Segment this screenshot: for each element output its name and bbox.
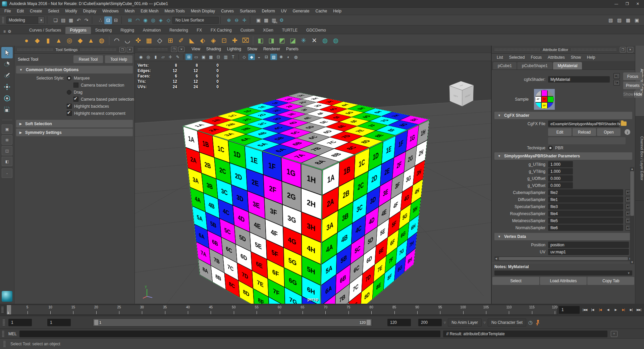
input-connections-icon[interactable]: ⊕ <box>225 16 233 24</box>
chevron-down-icon[interactable]: ▽ <box>444 321 446 324</box>
safe-action-icon[interactable]: ▥ <box>222 54 229 60</box>
play-forwards-button[interactable]: ▶ <box>612 306 620 314</box>
render-view-icon[interactable]: ▣ <box>255 16 262 24</box>
character-set-dropdown[interactable]: No Character Set <box>488 318 526 327</box>
menu-generate[interactable]: Generate <box>289 8 312 15</box>
gate-mask-icon[interactable]: ▩ <box>208 54 214 60</box>
select-object-icon[interactable]: ⊡ <box>104 16 112 24</box>
reload-button[interactable]: Reload <box>573 128 596 136</box>
mirror-icon[interactable]: ◣ <box>187 36 196 45</box>
param-field-metalnesssampler[interactable]: file5 <box>548 217 623 224</box>
menu-display[interactable]: Display <box>80 8 99 15</box>
highlight-backfaces-checkbox[interactable] <box>67 104 72 109</box>
menu-edit[interactable]: Edit <box>14 8 27 15</box>
camera-based-paint-selection-checkbox[interactable] <box>73 97 78 102</box>
highlight-nearest-component-checkbox[interactable] <box>67 111 72 116</box>
pcube1-object[interactable]: 1A1B1C1D1E1F1G1H2A2B2C2D2E2F2G2H3A3B3C3D… <box>225 117 392 285</box>
film-gate-icon[interactable]: ▭ <box>193 54 200 60</box>
menu-create[interactable]: Create <box>27 8 45 15</box>
camera-based-selection-checkbox[interactable] <box>73 83 78 88</box>
animation-start-field[interactable]: 1 <box>8 319 32 326</box>
2d-pan-zoom-icon[interactable]: ✛ <box>167 54 174 60</box>
toggle-channel-box-icon[interactable]: ▣ <box>633 16 641 24</box>
ae-menu-show[interactable]: Show <box>568 54 584 61</box>
show-button[interactable]: Show <box>623 91 633 98</box>
poly-cube-icon[interactable]: ◆ <box>33 36 42 45</box>
snap-projected-center-icon[interactable]: ◎ <box>149 16 157 24</box>
anim-layer-dropdown[interactable]: No Anim Layer <box>448 318 482 327</box>
field-chart-icon[interactable]: ⊡ <box>215 54 222 60</box>
bookmark-icon[interactable]: ▮ <box>152 54 159 60</box>
menu-uv[interactable]: UV <box>278 8 290 15</box>
construction-history-icon[interactable]: ✛ <box>240 16 248 24</box>
append-polygon-icon[interactable]: ⊞ <box>166 36 175 45</box>
flat-shade-icon[interactable]: ◒ <box>256 54 262 60</box>
viewport-menu-shading[interactable]: Shading <box>203 46 224 53</box>
multi-cut-icon[interactable]: ✚ <box>230 36 239 45</box>
smooth-shade-icon[interactable]: ◆ <box>248 54 255 60</box>
paint-select-tool[interactable] <box>1 70 13 81</box>
menu-mesh-display[interactable]: Mesh Display <box>188 8 218 15</box>
range-start-handle[interactable] <box>94 320 98 325</box>
quad-draw-icon[interactable]: ◧ <box>256 36 265 45</box>
panel-drag-handle[interactable] <box>17 48 53 51</box>
input-connection-icon[interactable]: ◄┐ <box>613 73 620 79</box>
vertical-scrollbar[interactable]: ▲ ▼ <box>630 167 634 264</box>
layout-four-pane[interactable]: ⊞ <box>2 135 12 145</box>
script-editor-icon[interactable]: ⌗ <box>611 331 618 337</box>
ae-tab-pcubeshape1[interactable]: pCubeShape1 <box>517 62 552 69</box>
panel-drag-handle[interactable] <box>138 48 168 51</box>
menu-surfaces[interactable]: Surfaces <box>237 8 259 15</box>
select-hierarchy-icon[interactable]: ∴ <box>97 16 104 24</box>
mel-grip[interactable] <box>2 331 4 337</box>
load-attributes-button[interactable]: Load Attributes <box>540 277 587 285</box>
simplygon-sphere-2-icon[interactable]: ◍ <box>331 36 340 45</box>
animation-end-field[interactable]: 200 <box>418 319 442 326</box>
horizontal-scrollbar[interactable]: ◀ ▶ <box>494 256 632 261</box>
param-field-diffusesampler[interactable]: file1 <box>548 196 623 203</box>
param-field-roughnesssampler[interactable]: file4 <box>548 210 623 217</box>
scroll-up-icon[interactable]: ▲ <box>630 167 634 170</box>
rotate-tool[interactable] <box>1 93 13 104</box>
menu-edit-mesh[interactable]: Edit Mesh <box>138 8 161 15</box>
combine-icon[interactable]: ◠ <box>112 36 121 45</box>
chevron-down-icon[interactable]: ▽ <box>484 321 486 324</box>
render-current-frame-icon[interactable]: ▦ <box>262 16 270 24</box>
screen-space-ao-icon[interactable]: ◍ <box>292 54 299 60</box>
target-weld-icon[interactable]: ⌧ <box>241 36 250 45</box>
shelf-tab-sculpting[interactable]: Sculpting <box>91 27 116 34</box>
layout-persp-outliner[interactable]: ◫ <box>2 146 12 155</box>
poly-pyramid-icon[interactable]: ▲ <box>87 36 95 45</box>
close-button[interactable]: ✕ <box>636 2 639 6</box>
browse-folder-icon[interactable] <box>621 121 627 126</box>
current-time-field[interactable]: 1 <box>559 306 580 314</box>
camera-attributes-icon[interactable]: ◎ <box>145 54 152 60</box>
image-plane-icon[interactable]: ▱ <box>160 54 166 60</box>
viewport-menu-panels[interactable]: Panels <box>283 46 302 53</box>
boolean-union-icon[interactable]: ◩ <box>278 36 286 45</box>
poly-pipe-icon[interactable]: ◍ <box>97 36 106 45</box>
layout-shrink-button[interactable]: - <box>2 168 12 178</box>
poly-cone-icon[interactable]: ▲ <box>54 36 63 45</box>
notes-field[interactable]: ▼ <box>494 270 632 276</box>
mel-input[interactable] <box>19 331 440 337</box>
vertex-field-position[interactable]: position <box>548 242 629 248</box>
layout-single-pane[interactable]: ▣ <box>2 124 12 134</box>
snap-view-plane-icon[interactable]: ◇ <box>165 16 172 24</box>
mel-label[interactable]: MEL <box>8 332 17 336</box>
menu-mesh-tools[interactable]: Mesh Tools <box>162 8 188 15</box>
section-shader-parameters[interactable]: ▼ SimplygonMayaPBRShader Parameters <box>494 152 632 160</box>
copy-tab-button[interactable]: Copy Tab <box>587 277 634 285</box>
ipr-render-icon[interactable]: ▥IPR <box>270 16 278 24</box>
param-field-normalssampler[interactable]: file6 <box>548 225 623 231</box>
param-field-g-utiling[interactable]: 1.000 <box>548 161 573 167</box>
maximize-button[interactable]: ❐ <box>626 2 629 6</box>
redo-icon[interactable]: ↷ <box>83 16 90 24</box>
use-all-lights-icon[interactable]: ❋ <box>278 54 284 60</box>
bridge-icon[interactable]: ⊡ <box>220 36 228 45</box>
output-connection-icon[interactable]: └► <box>613 80 620 86</box>
shelf-tab-fx[interactable]: FX <box>193 27 206 34</box>
menu-cache[interactable]: Cache <box>312 8 330 15</box>
animation-preferences-icon[interactable] <box>535 319 540 326</box>
panel-drag-handle[interactable] <box>80 48 116 51</box>
